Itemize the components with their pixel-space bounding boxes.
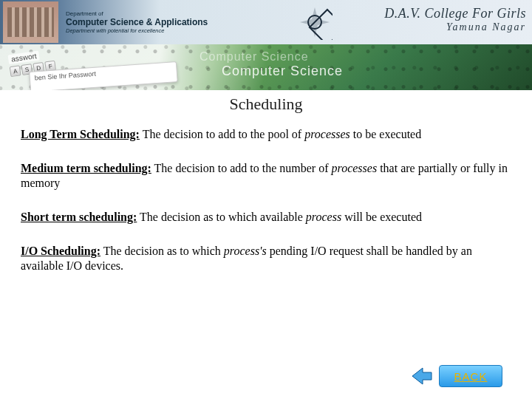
- entry-term: I/O Scheduling:: [21, 245, 100, 257]
- department-block: Department of Computer Science & Applica…: [66, 10, 208, 34]
- entry-text-ital: process: [306, 211, 341, 223]
- entry-term: Short term scheduling:: [21, 211, 137, 223]
- back-button[interactable]: BACK: [439, 365, 502, 387]
- entry-text-pre: The decision to add to the pool of: [140, 128, 304, 140]
- content-area: Long Term Scheduling: The decision to ad…: [0, 127, 532, 273]
- page-header: Department of Computer Science & Applica…: [0, 0, 532, 44]
- back-arrow-icon: [409, 365, 434, 387]
- banner-text-faded: Computer Science: [200, 50, 309, 64]
- entry-long-term: Long Term Scheduling: The decision to ad…: [21, 127, 511, 142]
- password-card-text: ben Sie Ihr Passwort: [35, 70, 97, 82]
- page-title: Scheduling: [0, 95, 532, 114]
- back-navigation[interactable]: BACK: [409, 365, 502, 387]
- entry-text-post: to be executed: [350, 128, 421, 140]
- entry-term: Medium term scheduling:: [21, 162, 151, 174]
- entry-medium-term: Medium term scheduling: The decision to …: [21, 161, 511, 191]
- entry-text-pre: The decision as to which: [100, 245, 224, 257]
- building-thumbnail: [3, 1, 58, 43]
- entry-text-ital: processes: [332, 162, 378, 174]
- sub-banner: asswort ASDF ben Sie Ihr Passwort Comput…: [0, 44, 532, 90]
- entry-io: I/O Scheduling: The decision as to which…: [21, 244, 511, 273]
- entry-text-pre: The decision to add to the number of: [151, 162, 332, 174]
- entry-text-pre: The decision as to which available: [137, 211, 306, 223]
- college-block: D.A.V. College For Girls Yamuna Nagar: [384, 6, 526, 33]
- banner-text-bold: Computer Science: [222, 64, 343, 79]
- back-button-label: BACK: [440, 366, 502, 386]
- college-name: D.A.V. College For Girls: [384, 6, 526, 21]
- emblem-icon: [297, 4, 332, 40]
- entry-short-term: Short term scheduling: The decision as t…: [21, 210, 511, 225]
- entry-term: Long Term Scheduling:: [21, 128, 140, 140]
- entry-text-ital: process's: [224, 245, 267, 257]
- college-location: Yamuna Nagar: [384, 21, 526, 33]
- entry-text-ital: processes: [304, 128, 350, 140]
- dept-main-label: Computer Science & Applications: [66, 17, 208, 27]
- entry-text-post: will be executed: [341, 211, 422, 223]
- dept-sub-label: Department with potential for excellence: [66, 27, 208, 34]
- dept-top-label: Department of: [66, 10, 208, 17]
